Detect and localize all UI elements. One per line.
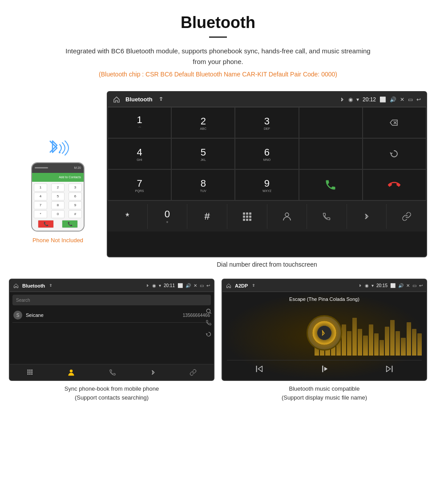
pb-grid-btn[interactable] (27, 369, 34, 376)
home-icon (113, 96, 120, 103)
key-9[interactable]: 9 WXYZ (235, 169, 299, 200)
pb-location-icon: ◉ (152, 283, 156, 288)
close-icon: ✕ (400, 96, 404, 103)
music-camera-icon: ⬜ (390, 283, 396, 288)
pb-refresh-icon[interactable] (206, 331, 212, 337)
phone-key-4: 4 (34, 192, 47, 200)
eq-bar (374, 333, 379, 356)
eq-bar (417, 333, 422, 356)
pb-search-icon[interactable] (206, 308, 212, 314)
bluetooth-btn[interactable] (347, 204, 387, 229)
pb-call-icon[interactable] (206, 320, 212, 326)
main-screen-wrapper: Bluetooth ◉ ▾ 20:12 ⬜ 🔊 ✕ (107, 91, 427, 274)
pb-camera-icon: ⬜ (178, 283, 183, 288)
phone-icon (322, 212, 331, 221)
music-caption-line1: Bluetooth music compatible (289, 385, 360, 392)
music-caption-line2: (Support display music file name) (282, 394, 367, 401)
grid-icon-btn[interactable] (227, 204, 267, 229)
eq-bar (385, 327, 389, 356)
phonebook-sidebar (206, 308, 212, 337)
music-close-icon: ✕ (406, 283, 410, 288)
usb-icon (158, 96, 164, 103)
call-green-icon (324, 179, 337, 191)
pb-link-btn[interactable] (190, 369, 197, 376)
music-controls (227, 360, 422, 376)
screen-header-left: Bluetooth (113, 96, 164, 103)
eq-bar (363, 336, 367, 356)
svg-rect-7 (246, 216, 248, 218)
key-6[interactable]: 6 MNO (235, 138, 299, 169)
refresh-icon (389, 149, 399, 159)
key-star[interactable]: * (108, 204, 148, 229)
phone-btn[interactable] (307, 204, 347, 229)
svg-rect-5 (249, 212, 251, 215)
svg-rect-17 (31, 369, 32, 371)
key-7[interactable]: 7 PQRS (108, 169, 171, 200)
screen-header: Bluetooth ◉ ▾ 20:12 ⬜ 🔊 ✕ (108, 92, 426, 107)
svg-point-12 (285, 213, 289, 216)
pb-time: 20:11 (164, 283, 175, 288)
phone-key-2: 2 (51, 184, 65, 192)
backspace-icon (389, 117, 400, 128)
music-wrap: A2DP ◉ ▾ 20:15 ⬜ 🔊 ✕ ▭ ↩ (222, 279, 427, 402)
svg-marker-29 (387, 366, 391, 372)
pb-person-active-btn[interactable] (67, 368, 75, 376)
phone-key-row-1: 1 2 3 (34, 184, 82, 192)
phone-side: M:20 Add to Contacts 1 2 3 4 5 6 7 8 (9, 91, 107, 274)
pb-close-icon: ✕ (194, 283, 197, 288)
backspace-key[interactable] (363, 107, 426, 138)
svg-marker-25 (258, 366, 262, 372)
svg-rect-19 (29, 371, 31, 372)
phonebook-header-left: Bluetooth (13, 283, 53, 288)
svg-point-0 (59, 152, 61, 153)
music-header-left: A2DP (226, 283, 256, 288)
key-5[interactable]: 5 JKL (171, 138, 235, 169)
volume-icon: 🔊 (390, 96, 396, 103)
phonebook-screen: Bluetooth ◉ ▾ 20:11 ⬜ 🔊 ✕ ▭ ↩ (9, 279, 214, 381)
key-3[interactable]: 3 DEF (235, 107, 299, 138)
contact-initial: S (13, 311, 22, 320)
phone-key-6: 6 (69, 192, 82, 200)
eq-bar (401, 338, 405, 356)
call-red-key[interactable] (363, 169, 426, 200)
svg-rect-4 (246, 212, 248, 215)
phonebook-wrap: Bluetooth ◉ ▾ 20:11 ⬜ 🔊 ✕ ▭ ↩ (9, 279, 214, 402)
display-area (299, 107, 363, 138)
key-8[interactable]: 8 TUV (171, 169, 235, 200)
phone-key-row-4: * 0 # (34, 210, 82, 218)
pb-bt-icon (145, 284, 149, 288)
contact-entry[interactable]: S Seicane 13566664466 (12, 308, 211, 323)
song-title: Escape (The Pina Colada Song) (289, 296, 359, 302)
phone-key-3: 3 (69, 184, 82, 192)
pb-bt-btn[interactable] (150, 368, 156, 376)
phonebook-bottom-bar (10, 364, 214, 380)
music-screen: A2DP ◉ ▾ 20:15 ⬜ 🔊 ✕ ▭ ↩ (222, 279, 427, 381)
phone-key-star: * (34, 210, 47, 218)
music-back-icon: ↩ (419, 283, 423, 288)
phonebook-search-bar[interactable]: Search (12, 295, 211, 305)
key-2[interactable]: 2 ABC (171, 107, 235, 138)
contact-name: Seicane (26, 312, 179, 318)
eq-bar (352, 318, 357, 356)
key-hash[interactable]: # (187, 204, 227, 229)
eq-bar (390, 320, 395, 356)
contacts-btn[interactable] (267, 204, 307, 229)
call-green-key[interactable] (299, 169, 363, 200)
phone-key-row-5: 📞 📞 (34, 220, 82, 228)
refresh-key[interactable] (363, 138, 426, 169)
key-0[interactable]: 0 + (148, 204, 188, 229)
prev-track-btn[interactable] (254, 364, 264, 374)
link-btn[interactable] (387, 204, 426, 229)
phonebook-header: Bluetooth ◉ ▾ 20:11 ⬜ 🔊 ✕ ▭ ↩ (10, 280, 214, 292)
next-track-btn[interactable] (384, 364, 394, 374)
pb-phone-btn[interactable] (109, 369, 116, 376)
key-1[interactable]: 1 ⌒ (108, 107, 171, 138)
play-pause-btn[interactable] (319, 364, 329, 374)
pb-home-icon (13, 283, 19, 288)
music-disc-inner (318, 326, 331, 340)
phonebook-search-placeholder: Search (16, 298, 30, 303)
phone-call-text: Add to Contacts (59, 176, 81, 179)
phone-key-8: 8 (51, 201, 65, 209)
phone-key-row-3: 7 8 9 (34, 201, 82, 209)
key-4[interactable]: 4 GHI (108, 138, 171, 169)
